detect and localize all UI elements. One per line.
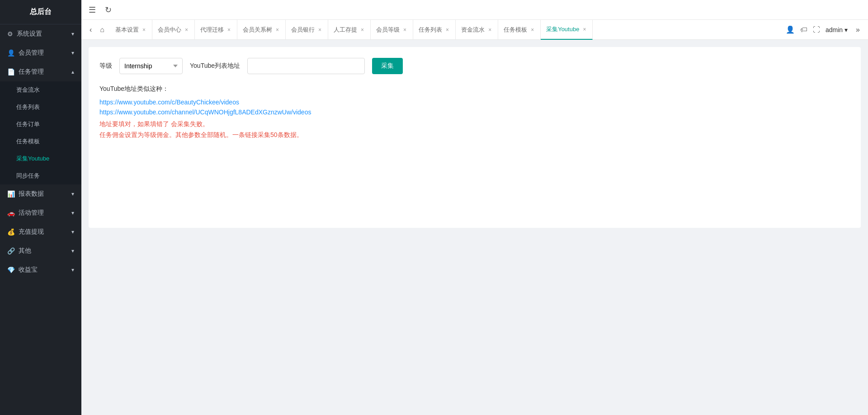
user-avatar-icon[interactable]: 👤 [786,25,795,34]
menu-toggle-button[interactable]: ☰ [85,3,99,17]
content-card: 等级 Internship Level 1 Level 2 Level 3 Yo… [89,47,861,228]
chevron-down-icon: ▾ [71,267,74,273]
doc-icon: 📄 [7,68,15,75]
topbar-tabs-container: ‹ ⌂ 基本设置 × 会员中心 × 代理迁移 × 会员关系树 × 会员银行 × [81,20,868,40]
sidebar-item-fund-flow[interactable]: 资金流水 [0,81,81,99]
tab-close-basic-settings[interactable]: × [142,27,146,33]
note-text: 任务佣金设置为等级佣金。其他参数全部随机。一条链接采集50条数据。 [99,131,850,139]
user-menu[interactable]: admin ▾ [826,26,848,33]
tab-manual-deposit[interactable]: 人工存提 × [328,20,371,40]
youtube-link-1[interactable]: https://www.youtube.com/c/BeautyChickee/… [99,99,850,106]
sidebar-item-task-template[interactable]: 任务模板 [0,133,81,150]
activity-icon: 🚗 [7,209,15,217]
user-dropdown-icon: ▾ [844,26,848,33]
tab-close-fund-flow[interactable]: × [487,27,492,33]
topbar-right-area: 👤 🏷 ⛶ admin ▾ » [786,24,863,36]
chevron-up-icon: ▴ [71,69,74,75]
main-area: ☰ ↻ ‹ ⌂ 基本设置 × 会员中心 × 代理迁移 × 会员关系树 × [81,0,868,415]
youtube-link-2[interactable]: https://www.youtube.com/channel/UCqWNOHj… [99,108,850,116]
tab-close-task-template[interactable]: × [530,27,535,33]
tab-close-task-list[interactable]: × [445,27,450,33]
tab-close-member-tree[interactable]: × [275,27,280,33]
page-content: 等级 Internship Level 1 Level 2 Level 3 Yo… [81,40,868,415]
header-toolbar: ☰ ↻ [81,0,868,20]
sidebar-label-member: 会员管理 [19,49,44,57]
tab-close-member-center[interactable]: × [184,27,189,33]
tab-close-manual-deposit[interactable]: × [360,27,365,33]
chart-icon: 📊 [7,190,15,198]
sidebar-label-task: 任务管理 [19,68,44,76]
chevron-down-icon: ▾ [71,31,74,37]
sidebar-label-recharge: 充值提现 [19,228,44,236]
tab-basic-settings[interactable]: 基本设置 × [110,20,152,40]
task-submenu: 资金流水 任务列表 任务订单 任务模板 采集Youtube 同步任务 [0,81,81,184]
sidebar-label-report: 报表数据 [19,190,44,198]
username-label: admin [826,26,843,33]
sidebar-label-profit: 收益宝 [19,266,38,274]
sidebar-label-activity: 活动管理 [19,209,44,217]
sidebar-item-member-management[interactable]: 👤 会员管理 ▾ [0,43,81,62]
tag-icon[interactable]: 🏷 [800,26,807,34]
tab-member-center[interactable]: 会员中心 × [152,20,195,40]
tab-label-manual-deposit: 人工存提 [334,26,357,34]
sidebar-item-activity-management[interactable]: 🚗 活动管理 ▾ [0,203,81,222]
chevron-down-icon: ▾ [71,191,74,197]
tab-member-level[interactable]: 会员等级 × [371,20,413,40]
sidebar: 总后台 ⚙ 系统设置 ▾ 👤 会员管理 ▾ 📄 任务管理 ▴ 资金流水 任务列表… [0,0,81,415]
gear-icon: ⚙ [7,30,13,38]
sidebar-label-system: 系统设置 [17,30,42,38]
sidebar-item-task-list[interactable]: 任务列表 [0,99,81,116]
sidebar-item-others[interactable]: 🔗 其他 ▾ [0,241,81,260]
tab-member-tree[interactable]: 会员关系树 × [237,20,286,40]
tab-close-collect-youtube[interactable]: × [582,26,587,33]
level-label: 等级 [99,62,112,70]
tab-label-agent-migration: 代理迁移 [200,26,224,34]
chevron-down-icon: ▾ [71,229,74,235]
sidebar-item-recharge-withdraw[interactable]: 💰 充值提现 ▾ [0,222,81,241]
tab-label-member-level: 会员等级 [376,26,400,34]
tab-collect-youtube[interactable]: 采集Youtube × [541,20,593,40]
tab-task-list[interactable]: 任务列表 × [413,20,456,40]
chevron-down-icon: ▾ [71,50,74,56]
sidebar-item-sync-task[interactable]: 同步任务 [0,167,81,184]
tab-task-template[interactable]: 任务模板 × [498,20,541,40]
user-icon: 👤 [7,49,15,57]
sidebar-item-profit-treasure[interactable]: 💎 收益宝 ▾ [0,260,81,279]
tabs-back-button[interactable]: ‹ [87,24,94,36]
sidebar-label-others: 其他 [19,247,31,255]
tabs-more-button[interactable]: » [853,24,863,36]
level-select[interactable]: Internship Level 1 Level 2 Level 3 [119,58,183,74]
diamond-icon: 💎 [7,266,15,274]
tab-member-bank[interactable]: 会员银行 × [286,20,328,40]
tab-label-fund-flow: 资金流水 [461,26,485,34]
sidebar-item-task-order[interactable]: 任务订单 [0,116,81,133]
refresh-button[interactable]: ↻ [101,3,115,17]
tab-label-member-center: 会员中心 [158,26,181,34]
chevron-down-icon: ▾ [71,248,74,254]
home-button[interactable]: ⌂ [97,24,107,36]
tab-close-agent-migration[interactable]: × [226,27,231,33]
sidebar-item-collect-youtube[interactable]: 采集Youtube [0,150,81,167]
app-title: 总后台 [0,0,81,24]
fullscreen-icon[interactable]: ⛶ [813,26,820,34]
tab-label-basic-settings: 基本设置 [115,26,139,34]
warning-text: 地址要填对，如果填错了 会采集失败。 [99,120,850,128]
tab-close-member-level[interactable]: × [402,27,407,33]
intro-text: YouTube地址类似这种： [99,85,850,93]
url-label: YouTube列表地址 [190,62,240,70]
link-icon: 🔗 [7,247,15,255]
tab-list: 基本设置 × 会员中心 × 代理迁移 × 会员关系树 × 会员银行 × 人工存提… [110,20,783,40]
tab-fund-flow[interactable]: 资金流水 × [456,20,498,40]
tab-agent-migration[interactable]: 代理迁移 × [195,20,237,40]
youtube-url-input[interactable] [247,58,365,74]
tab-label-member-tree: 会员关系树 [243,26,272,34]
chevron-down-icon: ▾ [71,210,74,216]
sidebar-item-report-data[interactable]: 📊 报表数据 ▾ [0,184,81,203]
collect-button[interactable]: 采集 [372,58,403,74]
money-icon: 💰 [7,228,15,236]
sidebar-item-task-management[interactable]: 📄 任务管理 ▴ [0,62,81,81]
tab-label-collect-youtube: 采集Youtube [546,25,579,33]
sidebar-item-system-settings[interactable]: ⚙ 系统设置 ▾ [0,24,81,43]
tab-close-member-bank[interactable]: × [317,27,322,33]
tab-label-task-list: 任务列表 [419,26,442,34]
